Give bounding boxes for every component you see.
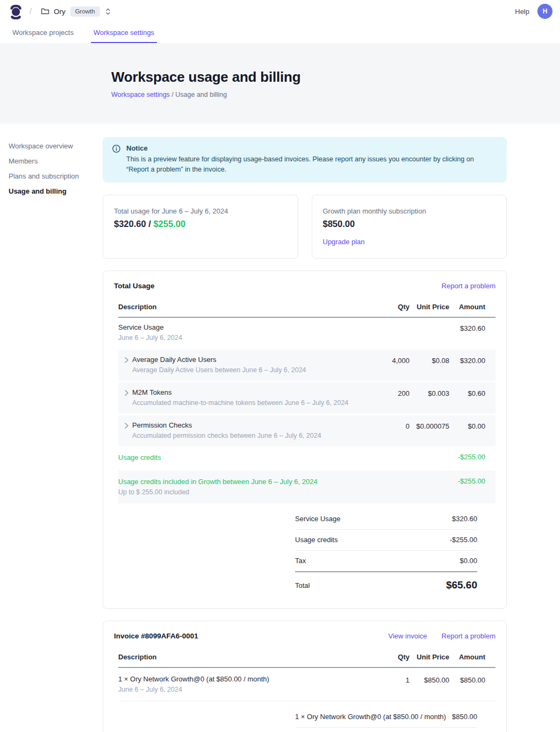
- summary-row-tax: Tax $0.00: [295, 728, 477, 732]
- info-icon: [112, 145, 120, 175]
- row-subtitle: Accumulated permission checks between Ju…: [132, 431, 321, 440]
- breadcrumb-settings-link[interactable]: Workspace settings: [111, 91, 170, 98]
- row-name: 1 × Ory Network Growth@0 (at $850.00 / m…: [118, 674, 367, 684]
- upgrade-plan-link[interactable]: Upgrade plan: [323, 238, 365, 246]
- summary-value: $320.60: [452, 515, 477, 523]
- row-name: Permission Checks: [132, 421, 321, 430]
- col-description: Description: [118, 648, 367, 667]
- tab-workspace-settings[interactable]: Workspace settings: [91, 23, 157, 43]
- help-link[interactable]: Help: [515, 8, 529, 16]
- summary-row-total: Total $65.60: [295, 572, 477, 594]
- sidebar-item-workspace-overview[interactable]: Workspace overview: [9, 139, 103, 154]
- col-description: Description: [118, 297, 367, 317]
- usage-report-problem-link[interactable]: Report a problem: [442, 282, 496, 290]
- preview-notice: Notice This is a preview feature for dis…: [103, 137, 507, 182]
- total-usage-panel: Total Usage Report a problem Description…: [103, 271, 507, 609]
- plan-amount: $850.00: [323, 219, 496, 229]
- invoice-panel: Invoice #8099AFA6-0001 View invoice Repo…: [103, 621, 507, 732]
- breadcrumb-sep: /: [170, 91, 175, 98]
- plan-label: Growth plan monthly subscription: [323, 207, 496, 215]
- sidebar-item-members[interactable]: Members: [9, 154, 103, 169]
- row-qty: 200: [367, 382, 410, 415]
- notice-title: Notice: [126, 144, 497, 153]
- row-qty: 4,000: [367, 349, 410, 382]
- settings-sidebar: Workspace overview Members Plans and sub…: [0, 124, 103, 732]
- summary-label: Tax: [295, 557, 306, 565]
- chevron-right-icon[interactable]: [125, 357, 128, 374]
- workspace-tabbar: Workspace projects Workspace settings: [0, 23, 560, 43]
- workspace-name[interactable]: Ory: [54, 8, 66, 16]
- total-value: $65.60: [446, 579, 477, 591]
- row-unit-price: $850.00: [410, 667, 449, 701]
- total-label: Total: [295, 581, 310, 589]
- usage-row-permission-checks[interactable]: Permission Checks Accumulated permission…: [118, 415, 496, 447]
- row-name: M2M Tokens: [132, 388, 348, 397]
- usage-row-credits-group: Usage credits -$255.00: [118, 446, 496, 470]
- invoice-summary: 1 × Ory Network Growth@0 (at $850.00 / m…: [286, 707, 486, 732]
- row-subtitle: Accumulated machine-to-machine tokens be…: [132, 399, 348, 407]
- notice-body: This is a preview feature for displaying…: [126, 154, 497, 175]
- user-avatar[interactable]: H: [537, 4, 552, 19]
- col-unit-price: Unit Price: [410, 297, 449, 317]
- summary-row-plan-item: 1 × Ory Network Growth@0 (at $850.00 / m…: [295, 707, 477, 728]
- chevron-right-icon[interactable]: [125, 389, 128, 407]
- plan-badge: Growth: [70, 6, 100, 17]
- row-amount: $850.00: [449, 667, 496, 701]
- row-unit-price: $0.08: [410, 349, 449, 382]
- col-qty: Qty: [367, 297, 410, 317]
- summary-label: Service Usage: [295, 515, 341, 523]
- breadcrumb-separator: /: [30, 7, 32, 16]
- row-amount: $0.60: [449, 382, 496, 415]
- summary-row-usage-credits: Usage credits -$255.00: [295, 530, 477, 551]
- row-qty: 0: [367, 415, 410, 447]
- summary-value: -$255.00: [450, 536, 477, 544]
- usage-panel-title: Total Usage: [114, 282, 155, 290]
- row-amount: -$255.00: [449, 446, 496, 470]
- usage-amount: $320.60: [114, 219, 146, 229]
- total-usage-card: Total usage for June 6 – July 6, 2024 $3…: [103, 195, 298, 259]
- summary-label: 1 × Ory Network Growth@0 (at $850.00 / m…: [295, 713, 446, 721]
- row-subtitle: June 6 – July 6, 2024: [118, 685, 367, 694]
- usage-summary: Service Usage $320.60 Usage credits -$25…: [286, 509, 486, 594]
- row-subtitle: Up to $ 255.00 included: [118, 488, 367, 496]
- hero-section: Workspace usage and billing Workspace se…: [0, 43, 560, 124]
- row-name: Service Usage: [118, 323, 367, 332]
- row-subtitle: Average Daily Active Users between June …: [132, 366, 306, 374]
- sidebar-item-usage-billing[interactable]: Usage and billing: [9, 184, 103, 199]
- row-amount: -$255.00: [449, 470, 496, 504]
- top-bar: / Ory Growth Help H: [0, 0, 560, 23]
- view-invoice-link[interactable]: View invoice: [389, 632, 427, 640]
- invoice-row-growth-plan: 1 × Ory Network Growth@0 (at $850.00 / m…: [118, 667, 496, 701]
- summary-cards-row: Total usage for June 6 – July 6, 2024 $3…: [103, 195, 507, 259]
- row-unit-price: $0.003: [410, 382, 449, 415]
- row-name: Average Daily Active Users: [132, 355, 306, 364]
- summary-row-tax: Tax $0.00: [295, 551, 477, 572]
- plan-subscription-card: Growth plan monthly subscription $850.00…: [312, 195, 507, 259]
- tab-workspace-projects[interactable]: Workspace projects: [10, 23, 76, 43]
- row-subtitle: June 6 – July 6, 2024: [118, 333, 367, 342]
- row-amount: $320.60: [449, 317, 496, 349]
- ory-logo-icon[interactable]: [9, 4, 23, 19]
- row-name: Usage credits: [118, 453, 367, 462]
- col-qty: Qty: [367, 648, 410, 667]
- sidebar-item-plans-subscription[interactable]: Plans and subscription: [9, 169, 103, 184]
- page-title: Workspace usage and billing: [111, 69, 560, 86]
- chevron-right-icon[interactable]: [125, 422, 128, 440]
- col-unit-price: Unit Price: [410, 648, 449, 667]
- breadcrumb: Workspace settings / Usage and billing: [111, 91, 560, 98]
- invoice-report-problem-link[interactable]: Report a problem: [442, 632, 496, 640]
- summary-row-service-usage: Service Usage $320.60: [295, 509, 477, 530]
- usage-row-m2m-tokens[interactable]: M2M Tokens Accumulated machine-to-machin…: [118, 382, 496, 415]
- col-amount: Amount: [449, 648, 496, 667]
- usage-table: Description Qty Unit Price Amount Servic…: [118, 297, 496, 503]
- row-qty: 1: [367, 667, 410, 701]
- row-name: Usage credits included in Growth between…: [118, 477, 367, 486]
- total-usage-value: $320.60 / $255.00: [114, 219, 287, 229]
- breadcrumb-current: Usage and billing: [175, 91, 227, 98]
- usage-separator: /: [146, 219, 154, 229]
- row-amount: $0.00: [449, 415, 496, 447]
- workspace-switcher-icon[interactable]: [105, 8, 111, 16]
- summary-value: $0.00: [460, 557, 477, 565]
- usage-row-daily-active-users[interactable]: Average Daily Active Users Average Daily…: [118, 349, 496, 382]
- row-unit-price: $0.000075: [410, 415, 449, 447]
